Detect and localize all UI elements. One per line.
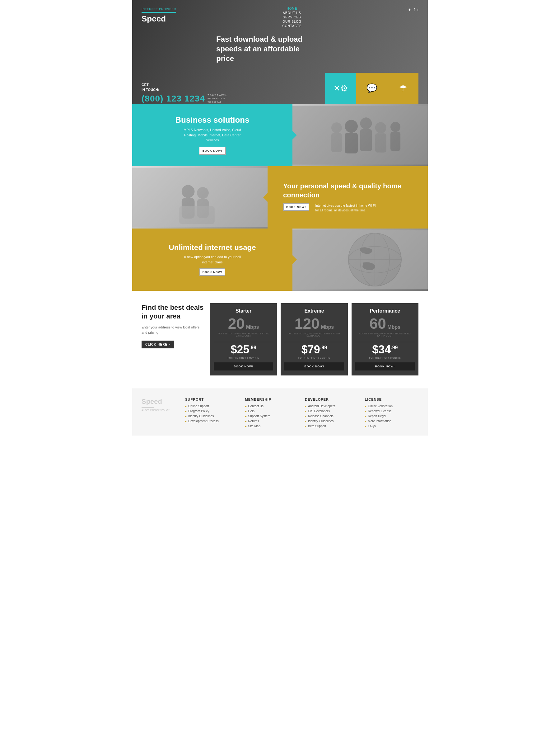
svg-point-7: [375, 122, 387, 133]
performance-book-button[interactable]: BOOK NOW!: [355, 362, 415, 371]
footer-col-license: LICENSEOnline verificationRenewal Licens…: [365, 398, 419, 429]
umbrella-icon: ☂: [399, 83, 407, 93]
svg-rect-4: [360, 129, 372, 151]
performance-price-label: FOR THE FIRST 6 MONTHS: [369, 356, 401, 360]
footer-link-1-0[interactable]: Contact Us: [245, 404, 299, 408]
footer-columns: SUPPORTOnline SupportProgram PolicyIdent…: [185, 398, 418, 429]
contact-block: GET IN TOUCH: (800) 123 1234 7 DAYS A WE…: [142, 82, 227, 104]
extreme-access: ACCESS TO 100,000 WIFI HOTSPOTS AT NO EX…: [284, 333, 344, 337]
footer-link-0-1[interactable]: Program Policy: [185, 409, 239, 413]
footer-link-0-0[interactable]: Online Support: [185, 404, 239, 408]
navigation: INTERNET PROVIDER Speed HOME ABOUT US SE…: [142, 6, 418, 28]
performance-card: Performance 60 Mbps ACCESS TO 100,000 WI…: [352, 303, 418, 376]
footer-link-3-3[interactable]: More information: [365, 419, 419, 423]
home-connection-title: Your personal speed & quality home conne…: [283, 182, 418, 200]
footer-col-title-2: DEVELOPER: [305, 398, 359, 401]
footer-link-2-3[interactable]: Identity Guidelines: [305, 419, 359, 423]
extreme-card: Extreme 120 Mbps ACCESS TO 100,000 WIFI …: [281, 303, 348, 376]
starter-book-button[interactable]: BOOK NOW!: [214, 362, 273, 371]
umbrella-icon-box[interactable]: ☂: [387, 73, 418, 104]
nav-home[interactable]: HOME: [287, 7, 297, 10]
footer-col-support: SUPPORTOnline SupportProgram PolicyIdent…: [185, 398, 239, 429]
footer-link-1-2[interactable]: Support System: [245, 414, 299, 418]
performance-card-title: Performance: [370, 308, 400, 314]
home-connection-image: [132, 166, 268, 229]
extreme-book-button[interactable]: BOOK NOW!: [284, 362, 344, 371]
home-connection-book-button[interactable]: BOOK NOW!: [283, 203, 309, 211]
svg-rect-10: [391, 132, 400, 151]
svg-point-14: [197, 187, 209, 199]
footer-brand-name: Speed: [142, 398, 179, 406]
extreme-price: $79.99: [302, 343, 327, 356]
starter-mbps: 20: [228, 315, 245, 332]
click-here-button[interactable]: CLICK HERE »: [142, 341, 174, 348]
brand-subtitle: INTERNET PROVIDER: [142, 7, 176, 11]
main-nav: HOME ABOUT US SERVICES OUR BLOG CONTACTS: [282, 6, 302, 28]
tools-icon-box[interactable]: ✕⚙: [325, 73, 356, 104]
business-solutions-image: [292, 104, 428, 166]
twitter-icon[interactable]: ✦: [408, 7, 411, 12]
tumblr-icon[interactable]: t: [417, 7, 418, 12]
unlimited-description: A new option you can add to your bell in…: [178, 254, 247, 264]
starter-card: Starter 20 Mbps ACCESS TO 100,000 WIFI H…: [210, 303, 277, 376]
home-connection-description: Internet gives you the fastest in-home W…: [315, 203, 378, 213]
hero-headline: Fast download & upload speeds at an affo…: [216, 34, 316, 63]
footer-col-title-0: SUPPORT: [185, 398, 239, 401]
unlimited-image: [292, 229, 428, 291]
svg-point-9: [391, 122, 400, 132]
nav-contacts[interactable]: CONTACTS: [282, 24, 302, 28]
facebook-icon[interactable]: f: [414, 7, 415, 12]
svg-point-12: [182, 185, 195, 198]
unlimited-section: Unlimited internet usage A new option yo…: [132, 229, 428, 291]
chat-icon: 💬: [367, 83, 377, 93]
extreme-mbps-unit: Mbps: [321, 324, 334, 330]
footer-link-3-4[interactable]: FAQs: [365, 425, 419, 428]
performance-price: $34.99: [372, 343, 398, 356]
home-connection-content: Your personal speed & quality home conne…: [268, 166, 428, 229]
footer-link-2-0[interactable]: Android Developers: [305, 404, 359, 408]
unlimited-book-button[interactable]: BOOK NOW!: [200, 269, 226, 276]
nav-blog[interactable]: OUR BLOG: [283, 20, 302, 23]
footer-link-1-3[interactable]: Returns: [245, 419, 299, 423]
footer-link-0-3[interactable]: Development Process: [185, 419, 239, 423]
home-connection-section: Your personal speed & quality home conne…: [132, 166, 428, 229]
extreme-card-title: Extreme: [304, 308, 324, 314]
unlimited-content: Unlimited internet usage A new option yo…: [132, 229, 292, 291]
pricing-title: Find the best deals in your area: [142, 303, 204, 321]
svg-rect-6: [331, 133, 342, 152]
extreme-mbps: 120: [295, 315, 319, 332]
hours-label: 7 DAYS A WEEK, FROM 8:00 AM TO 2:00 AM: [208, 93, 227, 104]
svg-point-3: [360, 117, 372, 129]
unlimited-title: Unlimited internet usage: [169, 243, 256, 252]
business-solutions-title: Business solutions: [175, 115, 249, 125]
brand-logo[interactable]: INTERNET PROVIDER Speed: [142, 6, 176, 24]
footer-link-3-0[interactable]: Online verification: [365, 404, 419, 408]
footer-link-3-1[interactable]: Renewal License: [365, 409, 419, 413]
starter-price-label: FOR THE FIRST 6 MONTHS: [228, 356, 260, 360]
chat-icon-box[interactable]: 💬: [356, 73, 387, 104]
nav-services[interactable]: SERVICES: [283, 16, 301, 19]
business-solutions-description: MPLS Networks, Hosted Voice, Cloud Hosti…: [181, 127, 244, 143]
hero-section: INTERNET PROVIDER Speed HOME ABOUT US SE…: [132, 0, 428, 104]
footer-link-0-2[interactable]: Identity Guidelines: [185, 414, 239, 418]
pricing-section: Find the best deals in your area Enter y…: [132, 291, 428, 388]
footer-link-1-4[interactable]: Site Map: [245, 425, 299, 428]
footer-brand: Speed A USER-FRIENDLY POLICY: [142, 398, 179, 412]
phone-number[interactable]: (800) 123 1234: [142, 94, 205, 104]
footer-link-3-2[interactable]: Report illegal: [365, 414, 419, 418]
feature-icon-boxes: ✕⚙ 💬 ☂: [325, 73, 418, 104]
footer-link-2-1[interactable]: iOS Developers: [305, 409, 359, 413]
social-icons: ✦ f t: [408, 7, 418, 12]
business-book-button[interactable]: BOOK NOW!: [199, 146, 226, 155]
tools-icon: ✕⚙: [333, 83, 348, 93]
footer-brand-sub: A USER-FRIENDLY POLICY: [142, 409, 179, 412]
footer-link-2-2[interactable]: Release Channels: [305, 414, 359, 418]
footer-link-1-1[interactable]: Help: [245, 409, 299, 413]
footer-col-title-1: MEMBERSHIP: [245, 398, 299, 401]
nav-about[interactable]: ABOUT US: [283, 11, 301, 15]
pricing-subtitle: Enter your address to view local offers …: [142, 325, 204, 336]
footer-link-2-4[interactable]: Beta Support: [305, 425, 359, 428]
svg-rect-16: [179, 206, 214, 224]
starter-access: ACCESS TO 100,000 WIFI HOTSPOTS AT NO EX…: [214, 333, 273, 337]
footer-col-developer: DEVELOPERAndroid DevelopersiOS Developer…: [305, 398, 359, 429]
